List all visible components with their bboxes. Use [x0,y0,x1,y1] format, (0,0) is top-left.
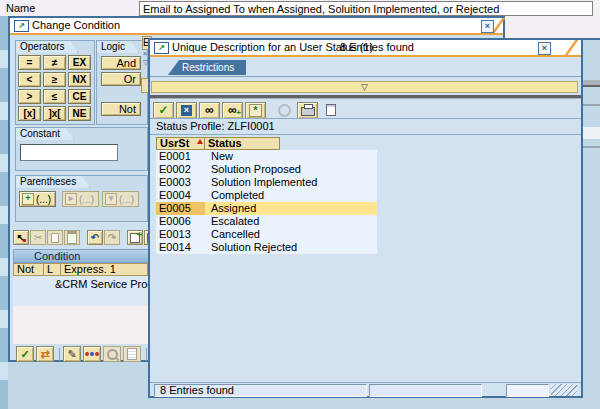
table-row[interactable]: E0014Solution Rejected [156,241,377,254]
background-band [583,127,600,139]
operator-button[interactable]: ≤ [43,89,66,104]
constant-input[interactable] [20,144,118,161]
cut-button[interactable]: ✂ [30,230,46,245]
table-row[interactable]: E0004Completed [156,189,377,202]
find-button[interactable]: ∞ [199,102,220,119]
operator-button[interactable]: ≥ [43,72,66,87]
insert-line-icon: + [130,233,140,243]
operator-button[interactable]: ≠ [43,55,66,70]
undo-button[interactable]: ↶ [87,230,103,245]
operator-button[interactable]: NE [68,106,91,121]
sort-indicator-icon [197,139,203,144]
table-row[interactable]: E0002Solution Proposed [156,163,377,176]
tab-restrictions[interactable]: Restrictions [168,60,246,75]
condition-col-expression[interactable]: Express. 1 [60,263,148,276]
background-band [583,85,600,87]
statusbar-field [369,384,482,397]
row-status: Completed [205,189,264,201]
paste-button[interactable] [64,230,80,245]
redo-button[interactable]: ↷ [104,230,120,245]
background-left-strip [0,16,8,409]
table-row[interactable]: E0005Assigned [156,202,377,215]
operator-button[interactable]: EX [68,55,91,70]
close-icon[interactable]: × [481,20,494,33]
remove-parentheses-button[interactable]: ▾ (...) [102,191,139,207]
popup-toolbar: ✓ × ∞ ∞ + * [153,101,343,119]
toolbar-separator [59,348,60,361]
insert-line-button[interactable]: + [127,230,143,245]
logic-group-label: Logic [96,40,139,53]
condition-col-l[interactable]: L [43,263,61,276]
table-row[interactable]: E0006Escalated [156,215,377,228]
table-row[interactable]: E0001New [156,150,377,163]
operator-button[interactable]: NX [68,72,91,87]
cancel-button[interactable]: × [176,102,197,119]
accept-button[interactable]: ✓ [153,102,174,119]
constant-group: Constant [15,127,148,171]
magnifier-icon [107,349,118,360]
printer-icon [301,107,315,116]
row-code: E0003 [156,176,205,189]
or-button[interactable]: Or [101,72,141,86]
restrictions-shadow-line [150,95,581,98]
table-row[interactable]: E0003Solution Implemented [156,176,377,189]
edit-button[interactable]: ✎ [63,346,81,362]
operator-button[interactable]: < [18,72,41,87]
insert-parentheses-button[interactable]: + (...) [19,191,56,207]
condition-expression-value[interactable]: &CRM Service Process.Us [55,278,149,290]
row-code: E0004 [156,189,205,202]
name-input[interactable] [139,1,593,16]
new-value-button[interactable] [320,102,341,119]
operator-button[interactable]: [x] [18,106,41,121]
star-icon: * [249,104,262,117]
table-row[interactable]: E0013Cancelled [156,228,377,241]
operator-button[interactable]: ]x[ [43,106,66,121]
column-header-status[interactable]: Status [204,137,280,150]
popup-titlebar[interactable]: ↗ Unique Description for an User Status … [150,40,581,57]
copy-button[interactable] [47,230,63,245]
restrictions-collapse-bar[interactable]: ▽ [151,81,578,93]
dialog-icon: ↗ [14,20,29,32]
print-button[interactable] [297,102,318,119]
status-table-body: E0001NewE0002Solution ProposedE0003Solut… [156,150,377,254]
close-icon[interactable]: × [538,42,551,55]
operator-button[interactable]: = [18,55,41,70]
help-circle-icon [278,104,291,117]
and-button[interactable]: And [101,56,141,70]
find-next-button[interactable]: ∞ + [222,102,243,119]
row-status: Solution Proposed [205,163,301,175]
edit-pencil-icon: ✎ [67,348,76,361]
transfer-button[interactable]: ⇄ [36,346,54,362]
operator-button[interactable]: CE [68,89,91,104]
expand-parentheses-button[interactable]: ▸ (...) [62,191,99,207]
document-button[interactable] [123,346,141,362]
condition-rows[interactable]: &CRM Service Process.Us [13,276,149,306]
row-code: E0001 [156,150,205,163]
check-expression-button[interactable] [83,346,101,362]
select-button[interactable]: ↖ [13,230,29,245]
display-button[interactable] [103,346,121,362]
undo-icon: ↶ [91,232,99,243]
resize-grip[interactable] [551,384,577,396]
transfer-icon: ⇄ [40,348,49,361]
operators-group-label: Operators [15,40,78,53]
constant-group-label: Constant [15,127,74,140]
row-status: Escalated [205,215,259,227]
confirm-check-icon: ✓ [20,348,29,361]
row-status: Solution Rejected [205,241,297,253]
not-button[interactable]: Not [101,102,141,116]
parentheses-add-icon: + [22,193,34,205]
condition-col-not[interactable]: Not [13,263,44,276]
new-selection-button[interactable]: * [245,102,266,119]
parentheses-button-label: (...) [79,194,94,205]
condition-edit-toolbar: ↖ ✂ ↶ ↷ + − [13,230,161,245]
change-condition-titlebar[interactable]: ↗ Change Condition × [10,18,503,35]
toolbar-separator-line [150,118,581,119]
select-arrow-dot [23,239,26,242]
row-status: Cancelled [205,228,260,240]
confirm-button[interactable]: ✓ [16,346,34,362]
row-code: E0005 [156,202,205,215]
copy-icon [51,233,59,243]
column-header-usrst[interactable]: UsrSt [156,137,205,150]
operator-button[interactable]: > [18,89,41,104]
